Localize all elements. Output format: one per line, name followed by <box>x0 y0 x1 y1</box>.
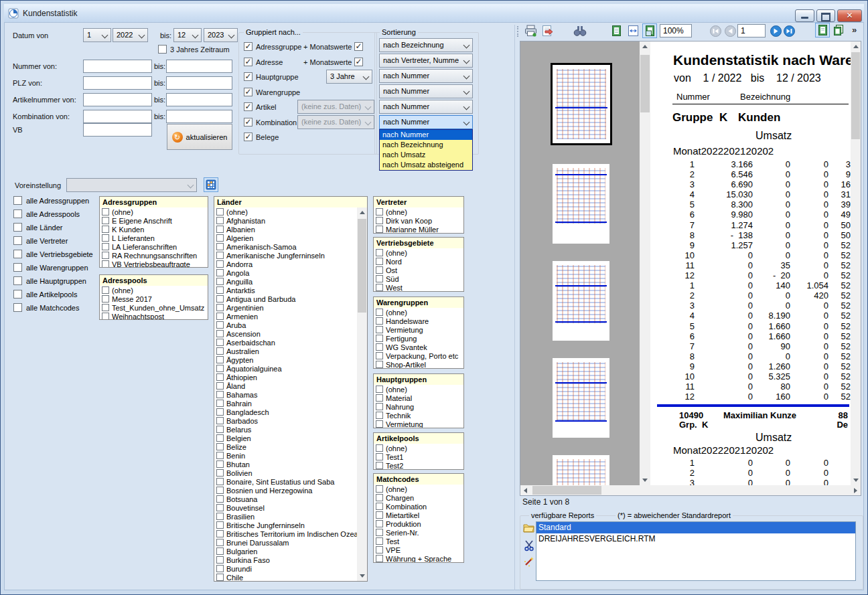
list-item[interactable]: VPE <box>374 545 463 554</box>
item-checkbox[interactable] <box>216 391 224 398</box>
dropdown-option[interactable]: nach Bezeichnung <box>380 140 472 150</box>
list-item[interactable]: (ohne) <box>374 248 463 257</box>
item-checkbox[interactable] <box>216 382 224 390</box>
delete-report-button[interactable] <box>524 539 534 554</box>
alle-checkbox-item[interactable]: alle Warengruppen <box>13 263 93 272</box>
list-item[interactable]: Test_Kunden_ohne_Umsatz <box>100 303 208 312</box>
list-item[interactable]: Marianne Müller <box>374 225 463 234</box>
list-item[interactable]: Algerien <box>214 234 357 242</box>
hauptgruppe-jahre-select[interactable]: 3 Jahre <box>326 70 372 84</box>
item-checkbox[interactable] <box>216 286 224 294</box>
scroll-left-button[interactable] <box>520 485 530 495</box>
item-checkbox[interactable] <box>216 574 224 581</box>
scroll-up-button[interactable] <box>357 207 367 218</box>
item-checkbox[interactable] <box>102 304 109 311</box>
item-checkbox[interactable] <box>216 269 224 276</box>
thumbnail-scrollbar[interactable] <box>640 41 650 485</box>
kombination-checkbox[interactable] <box>244 118 252 126</box>
list-item[interactable]: Produktion <box>374 519 463 528</box>
item-checkbox[interactable] <box>376 309 383 316</box>
item-checkbox[interactable] <box>376 453 383 460</box>
item-checkbox[interactable] <box>376 520 383 527</box>
checkbox[interactable] <box>13 276 22 285</box>
list-item[interactable]: VB Vertriebsbeauftragte <box>100 260 208 268</box>
list-item[interactable]: Albanien <box>214 225 357 234</box>
list-item[interactable]: (ohne) <box>214 207 357 216</box>
item-checkbox[interactable] <box>216 452 224 459</box>
plz-bis-input[interactable] <box>166 76 232 90</box>
close-button[interactable]: ✕ <box>837 9 862 22</box>
item-checkbox[interactable] <box>102 252 109 259</box>
scroll-up-button[interactable] <box>640 41 650 52</box>
list-item[interactable]: Botsuana <box>214 495 357 503</box>
item-checkbox[interactable] <box>102 286 109 294</box>
export-button[interactable] <box>540 23 555 38</box>
list-item[interactable]: Verpackung, Porto etc <box>374 351 463 360</box>
checkbox[interactable] <box>13 196 22 205</box>
fit-page-button[interactable] <box>609 23 624 38</box>
item-checkbox[interactable] <box>216 495 224 503</box>
item-checkbox[interactable] <box>376 317 383 325</box>
item-checkbox[interactable] <box>376 537 383 545</box>
item-checkbox[interactable] <box>376 394 383 402</box>
list-item[interactable]: WG Svantek <box>374 343 463 351</box>
list-item[interactable]: K Kunden <box>100 225 208 234</box>
alle-checkbox-item[interactable]: alle Matchcodes <box>13 303 93 312</box>
list-item[interactable]: Bosnien und Herzegowina <box>214 486 357 495</box>
toolbar-grip[interactable] <box>517 26 520 37</box>
page-thumbnail[interactable] <box>551 63 612 145</box>
list-item[interactable]: Vermietung <box>374 420 463 428</box>
item-checkbox[interactable] <box>376 352 383 359</box>
list-item[interactable]: Mietartikel <box>374 511 463 519</box>
kombination-von-input[interactable] <box>83 110 152 123</box>
list-item[interactable]: (ohne) <box>374 308 463 317</box>
list-item[interactable]: Kombination <box>374 502 463 511</box>
dropdown-option[interactable]: nach Nummer <box>380 130 472 140</box>
list-item[interactable]: Belize <box>214 442 357 451</box>
list-item[interactable]: Ascension <box>214 329 357 338</box>
list-item[interactable]: Aserbaidschan <box>214 338 357 347</box>
item-checkbox[interactable] <box>102 217 109 224</box>
item-checkbox[interactable] <box>102 313 109 320</box>
list-item[interactable]: (ohne) <box>100 207 208 216</box>
item-checkbox[interactable] <box>216 443 224 450</box>
zoom-level-value[interactable]: 100% <box>660 24 692 37</box>
scrollbar-thumb[interactable] <box>851 52 860 139</box>
item-checkbox[interactable] <box>102 243 109 250</box>
item-checkbox[interactable] <box>216 400 224 407</box>
report-list-item[interactable]: Standard <box>536 522 855 533</box>
list-item[interactable]: Nord <box>374 257 463 266</box>
item-checkbox[interactable] <box>216 487 224 494</box>
alle-checkbox-item[interactable]: alle Hauptgruppen <box>13 276 93 285</box>
belege-checkbox[interactable] <box>244 133 252 141</box>
item-checkbox[interactable] <box>216 426 224 433</box>
item-checkbox[interactable] <box>216 434 224 442</box>
alle-checkbox-item[interactable]: alle Adressgruppen <box>13 196 93 205</box>
list-item[interactable]: (ohne) <box>374 207 463 216</box>
report-list-item[interactable]: DREIJAHRESVERGLEICH.RTM <box>536 533 855 545</box>
search-button[interactable] <box>573 23 587 38</box>
open-report-button[interactable] <box>523 523 535 535</box>
list-item[interactable]: Brunei Darussalam <box>214 538 357 547</box>
list-item[interactable]: (ohne) <box>100 286 208 294</box>
item-checkbox[interactable] <box>102 295 109 303</box>
print-button[interactable] <box>523 23 538 38</box>
item-checkbox[interactable] <box>376 412 383 419</box>
item-checkbox[interactable] <box>376 403 383 410</box>
list-item[interactable]: Bolivien <box>214 469 357 477</box>
list-item[interactable]: Test2 <box>374 461 463 470</box>
item-checkbox[interactable] <box>376 275 383 282</box>
list-item[interactable]: Bhutan <box>214 460 357 469</box>
list-item[interactable]: LA Lieferanschriften <box>100 242 208 251</box>
list-item[interactable]: Antarktis <box>214 286 357 294</box>
sortierung-select[interactable]: nach Vertreter, Numme <box>379 54 473 68</box>
list-item[interactable]: Åland <box>214 381 357 390</box>
item-checkbox[interactable] <box>376 511 383 519</box>
list-item[interactable]: Material <box>374 394 463 402</box>
adressgruppe-checkbox[interactable] <box>244 42 252 51</box>
list-item[interactable]: Amerikanische Jungferninseln <box>214 251 357 260</box>
checkbox[interactable] <box>13 250 22 258</box>
artikel-checkbox[interactable] <box>244 102 252 111</box>
kombination-bis-input[interactable] <box>166 110 232 123</box>
page-vertical-scrollbar[interactable] <box>851 41 861 485</box>
